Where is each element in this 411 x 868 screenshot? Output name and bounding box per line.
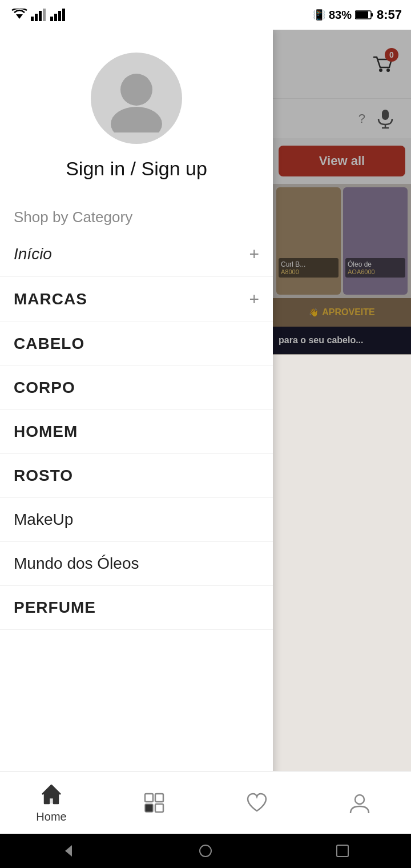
battery-percent: 83%	[329, 9, 352, 22]
recent-icon	[335, 843, 350, 859]
search-question: ?	[358, 111, 365, 126]
android-back-button[interactable]	[54, 837, 83, 865]
mic-icon	[375, 108, 396, 129]
svg-rect-23	[155, 804, 163, 812]
cart-badge: 0	[385, 48, 398, 62]
svg-rect-10	[371, 13, 373, 17]
nav-label-home: Home	[36, 810, 66, 823]
nav-item-profile[interactable]	[308, 785, 411, 821]
svg-marker-0	[16, 14, 23, 19]
category-item-rosto[interactable]: ROSTO	[0, 454, 273, 498]
nav-item-palette[interactable]	[103, 785, 206, 821]
svg-rect-4	[43, 9, 46, 21]
category-item-marcas[interactable]: MARCAS +	[0, 277, 273, 322]
svg-rect-27	[337, 845, 348, 857]
category-label-perfume: PERFUME	[14, 598, 96, 617]
category-label-cabelo: CABELO	[14, 335, 84, 353]
promo-banner-text: para o seu cabelo...	[279, 335, 405, 345]
svg-point-26	[200, 845, 211, 857]
svg-marker-25	[65, 845, 72, 857]
product-name-1: Curl B...	[281, 260, 336, 268]
android-nav	[0, 834, 411, 868]
android-home-button[interactable]	[191, 837, 220, 865]
category-label-makeup: MakeUp	[14, 511, 73, 529]
mic-button[interactable]	[371, 105, 400, 133]
back-icon	[61, 843, 76, 859]
sign-in-button[interactable]: Sign in / Sign up	[66, 158, 207, 180]
nav-item-home[interactable]: Home	[0, 776, 103, 829]
svg-point-24	[355, 795, 364, 804]
category-item-perfume[interactable]: PERFUME	[0, 586, 273, 630]
svg-rect-8	[62, 9, 65, 21]
cart-button[interactable]: 0	[365, 47, 400, 81]
category-item-homem[interactable]: HOMEM	[0, 410, 273, 454]
battery-icon	[355, 10, 373, 20]
svg-rect-1	[31, 17, 34, 21]
wifi-icon	[11, 9, 27, 21]
category-item-mundo-oleos[interactable]: Mundo dos Óleos	[0, 542, 273, 586]
svg-point-12	[120, 74, 152, 106]
search-area: ?	[273, 98, 411, 138]
drawer-panel: Sign in / Sign up Shop by Category Iníci…	[0, 30, 273, 868]
vibrate-icon: 📳	[313, 9, 325, 21]
app-header: 0	[273, 30, 411, 98]
category-item-makeup[interactable]: MakeUp	[0, 498, 273, 542]
category-label-rosto: ROSTO	[14, 467, 73, 485]
category-item-cabelo[interactable]: CABELO	[0, 322, 273, 366]
main-container: Sign in / Sign up Shop by Category Iníci…	[0, 30, 411, 868]
signal-icon	[31, 9, 47, 21]
right-panel: 0 ? View all	[273, 30, 411, 868]
svg-rect-5	[50, 17, 53, 21]
plus-icon-inicio: +	[249, 244, 259, 264]
bottom-nav: Home	[0, 771, 411, 834]
heart-icon	[244, 790, 269, 815]
svg-point-13	[111, 107, 162, 132]
svg-rect-3	[39, 11, 42, 21]
palette-icon	[142, 790, 167, 815]
svg-rect-16	[382, 110, 389, 120]
svg-rect-11	[356, 11, 368, 18]
products-area: Curl B... A8000 Óleo de AOA6000 👋 APR	[273, 184, 411, 355]
category-label-mundo-oleos: Mundo dos Óleos	[14, 554, 139, 573]
home-icon	[39, 782, 64, 807]
product-price-2: AOA6000	[348, 268, 403, 275]
product-price-1: A8000	[281, 268, 336, 275]
avatar-icon	[102, 64, 171, 132]
category-label-homem: HOMEM	[14, 423, 78, 441]
svg-rect-22	[145, 804, 153, 812]
store-info: Disponíveis na nossa loja. APROVEITE! (9…	[273, 354, 411, 355]
profile-icon	[347, 790, 372, 815]
view-all-section: View all	[273, 138, 411, 184]
svg-rect-20	[145, 794, 153, 802]
svg-rect-19	[45, 794, 58, 803]
svg-point-14	[379, 69, 382, 72]
category-label-inicio: Início	[14, 245, 52, 263]
product-name-2: Óleo de	[348, 260, 403, 268]
nav-item-wishlist[interactable]	[206, 785, 308, 821]
right-app-content: 0 ? View all	[273, 30, 411, 868]
status-bar: 📳 83% 8:57	[0, 0, 411, 30]
status-bar-right: 📳 83% 8:57	[313, 7, 402, 22]
signal-icon-2	[50, 9, 66, 21]
category-item-corpo[interactable]: CORPO	[0, 366, 273, 410]
svg-rect-2	[35, 14, 38, 21]
view-all-button[interactable]: View all	[279, 146, 405, 176]
svg-point-15	[386, 69, 390, 72]
clock: 8:57	[377, 7, 402, 22]
avatar-section: Sign in / Sign up	[0, 30, 273, 197]
status-bar-left	[11, 9, 66, 21]
category-label-corpo: CORPO	[14, 379, 75, 397]
svg-rect-21	[155, 794, 163, 802]
plus-icon-marcas: +	[249, 290, 259, 309]
shop-by-category-label: Shop by Category	[0, 197, 273, 232]
bottom-promo: para o seu cabelo...	[273, 327, 411, 354]
promo-text: APROVEITE	[322, 307, 374, 318]
android-home-icon	[198, 843, 213, 859]
avatar[interactable]	[91, 53, 182, 144]
svg-rect-6	[54, 14, 57, 21]
svg-rect-7	[58, 11, 61, 21]
promo-banner: 👋 APROVEITE	[273, 298, 411, 327]
category-item-inicio[interactable]: Início +	[0, 232, 273, 277]
android-recent-button[interactable]	[328, 837, 357, 865]
category-label-marcas: MARCAS	[14, 290, 87, 308]
